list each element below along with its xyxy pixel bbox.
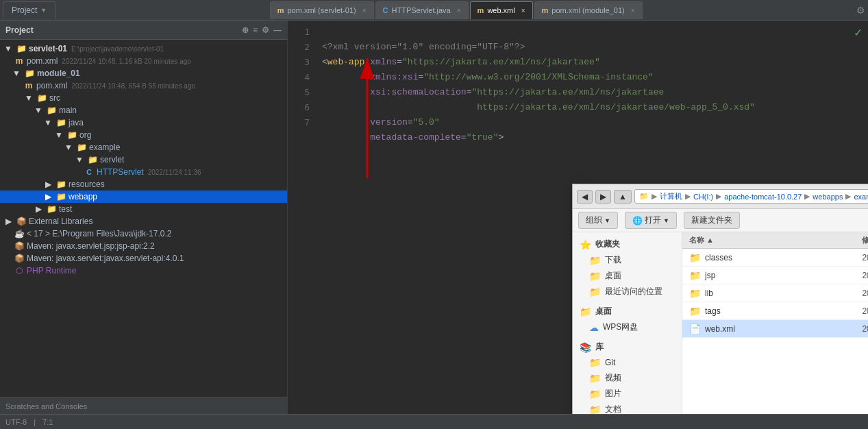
- tree-item-java[interactable]: ▼ 📁 java: [0, 117, 287, 129]
- project-dropdown-icon[interactable]: ▼: [40, 7, 47, 14]
- m-icon: m: [23, 81, 34, 90]
- tree-item-example[interactable]: ▼ 📁 example: [0, 141, 287, 154]
- fe-nav-wps[interactable]: ☁ WPS网盘: [573, 319, 682, 335]
- file-date: 2022/11/3 15:18: [862, 253, 868, 262]
- item-label: webapp: [69, 192, 97, 201]
- tree-item-servlet[interactable]: ▼ 📁 servlet: [0, 154, 287, 166]
- tree-item-resources[interactable]: ▶ 📁 resources: [0, 178, 287, 191]
- jdk-icon: ☕: [14, 229, 25, 238]
- nav-label: 桌面: [595, 306, 612, 317]
- nav-label: 库: [595, 341, 604, 353]
- tab-label: pom.xml (module_01): [551, 6, 624, 14]
- item-meta: E:\project\javademo\servlet-01: [71, 45, 164, 53]
- tree-item-module01[interactable]: ▼ 📁 module_01: [0, 67, 287, 79]
- fe-address-bar[interactable]: 📁 ▶ 计算机 ▶ CH(I:) ▶ apache-tomcat-10.0.27…: [634, 189, 868, 204]
- tab-close-icon[interactable]: ×: [521, 7, 525, 14]
- tab-close-icon[interactable]: ×: [631, 7, 635, 14]
- col-date[interactable]: 修改日期: [862, 235, 868, 245]
- code-line-4: xsi:schemaLocation="https://jakarta.ee/x…: [322, 87, 664, 97]
- editor-area: 1 2 3 4 5 6 7 <?xml version="1.0" encodi…: [288, 21, 868, 414]
- fe-nav-git[interactable]: 📁 Git: [573, 355, 682, 370]
- sidebar-tree[interactable]: ▼ 📁 servlet-01 E:\project\javademo\servl…: [0, 40, 287, 397]
- expand-icon: ▶: [42, 180, 53, 189]
- fe-forward-btn[interactable]: ▶: [595, 190, 611, 204]
- file-row-classes[interactable]: 📁 classes 2022/11/3 15:18 文件夹: [682, 249, 868, 267]
- file-row-jsp[interactable]: 📁 jsp 2022/11/3 15:18 文件夹: [682, 267, 868, 284]
- fe-address-examples[interactable]: examples: [854, 193, 868, 201]
- tab-pom-servlet01[interactable]: m pom.xml (servlet-01) ×: [270, 1, 374, 19]
- tab-pom-module01[interactable]: m pom.xml (module_01) ×: [534, 1, 643, 19]
- tab-close-icon[interactable]: ×: [457, 7, 461, 14]
- tree-item-webapp[interactable]: ▶ 📁 webapp: [0, 191, 287, 203]
- scratches-consoles[interactable]: Scratches and Consoles: [0, 397, 287, 414]
- fe-nav-desktop1[interactable]: 📁 桌面: [573, 268, 682, 284]
- tree-item-jdk17[interactable]: ☕ < 17 > E:\Program Files\Java\jdk-17.0.…: [0, 228, 287, 240]
- fe-back-btn[interactable]: ◀: [577, 190, 593, 204]
- fe-address-webapps[interactable]: webapps: [813, 193, 843, 201]
- file-name-lib: 📁 lib: [689, 288, 862, 299]
- code-line-1: <?xml version="1.0" encoding="UTF-8"?>: [322, 42, 525, 52]
- address-sep: ▶: [804, 192, 810, 201]
- new-folder-label: 新建文件夹: [691, 214, 732, 226]
- fe-new-folder-btn[interactable]: 新建文件夹: [684, 212, 740, 229]
- tree-item-maven-jsp[interactable]: 📦 Maven: javax.servlet.jsp:jsp-api:2.2: [0, 240, 287, 252]
- item-label: servlet: [100, 155, 124, 164]
- fe-address-computer[interactable]: 计算机: [660, 191, 682, 201]
- minimize-icon[interactable]: —: [273, 25, 282, 35]
- tree-item-php-runtime[interactable]: ⬡ PHP Runtime: [0, 265, 287, 277]
- fe-address-drive[interactable]: CH(I:): [693, 193, 713, 201]
- tree-item-main[interactable]: ▼ 📁 main: [0, 104, 287, 117]
- tab-httpservlet[interactable]: C HTTPServlet.java ×: [375, 1, 469, 19]
- folder-icon: 📁: [87, 155, 98, 164]
- fe-nav-pictures[interactable]: 📁 图片: [573, 386, 682, 402]
- tree-item-pom-module01[interactable]: m pom.xml 2022/11/24 10:48, 654 B 55 min…: [0, 79, 287, 92]
- tree-item-servlet01[interactable]: ▼ 📁 servlet-01 E:\project\javademo\servl…: [0, 42, 287, 55]
- java-icon: C: [84, 168, 95, 176]
- fe-nav-recent[interactable]: 📁 最近访问的位置: [573, 284, 682, 299]
- settings-icon[interactable]: ⚙: [262, 25, 269, 35]
- tab-label: HTTPServlet.java: [392, 6, 451, 14]
- fe-nav-downloads[interactable]: 📁 下载: [573, 252, 682, 268]
- file-row-tags[interactable]: 📁 tags 2022/11/3 15:18 文件夹: [682, 302, 868, 320]
- m-icon: m: [14, 56, 25, 66]
- file-row-lib[interactable]: 📁 lib 2022/11/3 15:18 文件夹: [682, 284, 868, 302]
- address-sep: ▶: [652, 192, 657, 201]
- tree-item-test[interactable]: ▶ 📁 test: [0, 203, 287, 215]
- tab-project-panel[interactable]: Project ▼: [3, 1, 55, 19]
- nav-label: WPS网盘: [603, 321, 638, 333]
- tree-item-ext-libs[interactable]: ▶ 📦 External Libraries: [0, 215, 287, 228]
- file-row-web-xml[interactable]: 📄 web.xml 2022/10/3 14:18 XML 文档 16 KB: [682, 320, 868, 338]
- fe-open-btn[interactable]: 🌐 打开 ▼: [625, 212, 677, 229]
- main-area: Project ⊕ ≡ ⚙ — ▼ 📁 servlet-01 E:\projec…: [0, 21, 868, 414]
- tree-item-src[interactable]: ▼ 📁 src: [0, 92, 287, 104]
- folder-icon: 📁: [589, 271, 601, 282]
- tree-item-pom-servlet01[interactable]: m pom.xml 2022/11/24 10:48, 1.16 kB 20 m…: [0, 55, 287, 67]
- fe-nav-docs[interactable]: 📁 文档: [573, 402, 682, 414]
- item-label: Maven: javax.servlet.jsp:jsp-api:2.2: [27, 241, 155, 251]
- collapse-icon[interactable]: ≡: [253, 25, 258, 35]
- expand-icon: ▶: [33, 204, 44, 214]
- tab-label: pom.xml (servlet-01): [288, 6, 356, 14]
- tree-item-maven-servlet[interactable]: 📦 Maven: javax.servlet:javax.servlet-api…: [0, 252, 287, 265]
- tree-item-org[interactable]: ▼ 📁 org: [0, 129, 287, 141]
- tab-close-icon[interactable]: ×: [362, 7, 367, 14]
- fe-up-btn[interactable]: ▲: [614, 190, 632, 204]
- item-meta: 2022/11/24 10:48, 1.16 kB 20 minutes ago: [62, 58, 190, 65]
- col-name[interactable]: 名称 ▲: [689, 235, 862, 245]
- tab-web-xml[interactable]: m web.xml ×: [470, 1, 533, 19]
- item-meta: 2022/11/24 11:36: [148, 169, 201, 176]
- fe-address-tomcat[interactable]: apache-tomcat-10.0.27: [724, 193, 802, 201]
- tree-item-httpservlet[interactable]: C HTTPServlet 2022/11/24 11:36: [0, 166, 287, 178]
- settings-icon[interactable]: ⚙: [856, 5, 865, 16]
- maven-icon: 📦: [14, 254, 25, 263]
- fe-body: ⭐ 收藏夹 📁 下载 📁 桌面: [573, 232, 868, 414]
- fe-organize-btn[interactable]: 组织 ▼: [578, 212, 618, 229]
- open-label: 打开: [645, 214, 661, 226]
- folder-icon: 📁: [46, 204, 57, 214]
- sidebar-title: Project: [5, 25, 34, 35]
- address-sep: ▶: [716, 192, 721, 201]
- sync-icon[interactable]: ⊕: [242, 25, 249, 35]
- fe-nav-videos[interactable]: 📁 视频: [573, 370, 682, 386]
- folder-icon: 📁: [589, 404, 601, 415]
- folder-icon: 📁: [55, 180, 66, 189]
